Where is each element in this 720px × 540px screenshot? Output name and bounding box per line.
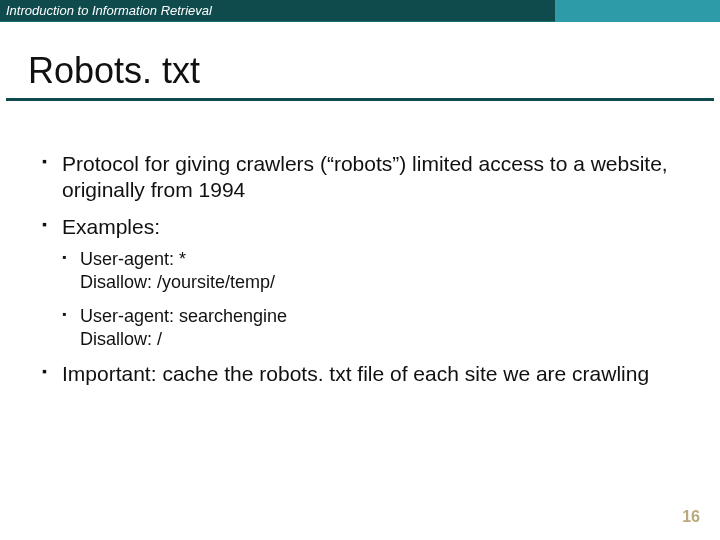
bullet-item: Important: cache the robots. txt file of… — [42, 361, 696, 387]
example-line: Disallow: / — [80, 328, 696, 351]
bullet-list: Protocol for giving crawlers (“robots”) … — [42, 151, 696, 388]
sub-bullet-list: User-agent: * Disallow: /yoursite/temp/ … — [62, 248, 696, 352]
example-line: Disallow: /yoursite/temp/ — [80, 271, 696, 294]
bullet-item: Examples: User-agent: * Disallow: /yours… — [42, 214, 696, 352]
header-right — [555, 0, 720, 22]
header-bar: Introduction to Information Retrieval — [0, 0, 720, 22]
page-number: 16 — [682, 508, 700, 526]
title-block: Robots. txt — [6, 22, 714, 101]
slide-title: Robots. txt — [28, 50, 714, 92]
slide: Introduction to Information Retrieval Ro… — [0, 0, 720, 540]
header-left: Introduction to Information Retrieval — [0, 0, 555, 22]
course-title: Introduction to Information Retrieval — [6, 3, 212, 18]
bullet-text: Examples: — [62, 215, 160, 238]
sub-bullet-item: User-agent: searchengine Disallow: / — [62, 305, 696, 352]
example-line: User-agent: * — [80, 249, 186, 269]
example-line: User-agent: searchengine — [80, 306, 287, 326]
content-area: Protocol for giving crawlers (“robots”) … — [0, 101, 720, 388]
bullet-item: Protocol for giving crawlers (“robots”) … — [42, 151, 696, 204]
sub-bullet-item: User-agent: * Disallow: /yoursite/temp/ — [62, 248, 696, 295]
